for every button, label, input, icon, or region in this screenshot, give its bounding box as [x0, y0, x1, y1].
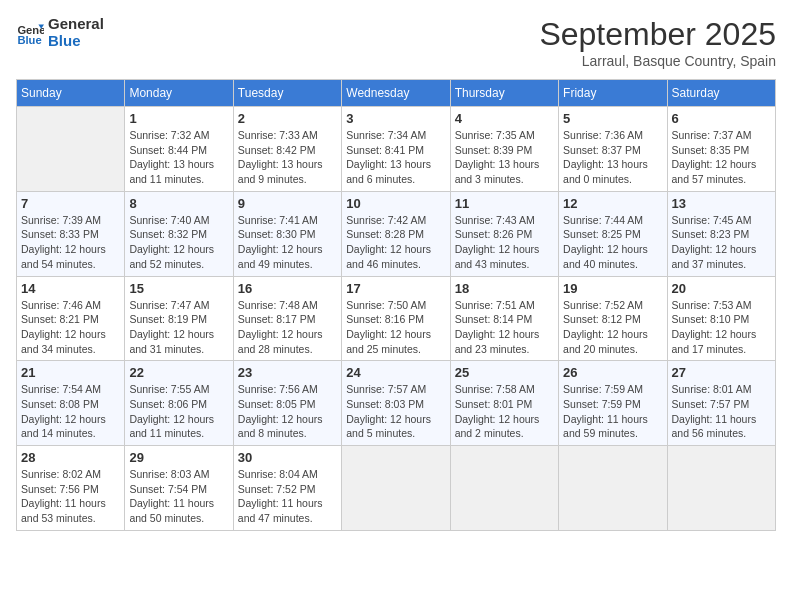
sunrise-text: Sunrise: 7:59 AM	[563, 382, 662, 397]
calendar-cell: 19 Sunrise: 7:52 AM Sunset: 8:12 PM Dayl…	[559, 276, 667, 361]
weekday-header-monday: Monday	[125, 80, 233, 107]
day-info: Sunrise: 7:35 AM Sunset: 8:39 PM Dayligh…	[455, 128, 554, 187]
daylight-text: Daylight: 12 hours and 25 minutes.	[346, 327, 445, 356]
sunset-text: Sunset: 8:08 PM	[21, 397, 120, 412]
sunset-text: Sunset: 8:12 PM	[563, 312, 662, 327]
calendar-cell: 15 Sunrise: 7:47 AM Sunset: 8:19 PM Dayl…	[125, 276, 233, 361]
day-number: 8	[129, 196, 228, 211]
sunset-text: Sunset: 8:16 PM	[346, 312, 445, 327]
sunrise-text: Sunrise: 7:41 AM	[238, 213, 337, 228]
sunset-text: Sunset: 8:14 PM	[455, 312, 554, 327]
logo-icon: General Blue	[16, 19, 44, 47]
day-number: 26	[563, 365, 662, 380]
calendar-cell: 13 Sunrise: 7:45 AM Sunset: 8:23 PM Dayl…	[667, 191, 775, 276]
day-info: Sunrise: 8:04 AM Sunset: 7:52 PM Dayligh…	[238, 467, 337, 526]
day-number: 10	[346, 196, 445, 211]
day-info: Sunrise: 7:36 AM Sunset: 8:37 PM Dayligh…	[563, 128, 662, 187]
calendar-cell: 23 Sunrise: 7:56 AM Sunset: 8:05 PM Dayl…	[233, 361, 341, 446]
day-number: 29	[129, 450, 228, 465]
sunrise-text: Sunrise: 7:51 AM	[455, 298, 554, 313]
sunrise-text: Sunrise: 7:37 AM	[672, 128, 771, 143]
sunset-text: Sunset: 8:41 PM	[346, 143, 445, 158]
day-info: Sunrise: 7:48 AM Sunset: 8:17 PM Dayligh…	[238, 298, 337, 357]
calendar-cell: 1 Sunrise: 7:32 AM Sunset: 8:44 PM Dayli…	[125, 107, 233, 192]
day-number: 1	[129, 111, 228, 126]
day-number: 12	[563, 196, 662, 211]
day-info: Sunrise: 8:01 AM Sunset: 7:57 PM Dayligh…	[672, 382, 771, 441]
sunrise-text: Sunrise: 8:02 AM	[21, 467, 120, 482]
calendar-cell: 6 Sunrise: 7:37 AM Sunset: 8:35 PM Dayli…	[667, 107, 775, 192]
calendar-cell: 21 Sunrise: 7:54 AM Sunset: 8:08 PM Dayl…	[17, 361, 125, 446]
day-info: Sunrise: 7:42 AM Sunset: 8:28 PM Dayligh…	[346, 213, 445, 272]
sunrise-text: Sunrise: 8:04 AM	[238, 467, 337, 482]
sunset-text: Sunset: 7:59 PM	[563, 397, 662, 412]
sunset-text: Sunset: 8:32 PM	[129, 227, 228, 242]
sunset-text: Sunset: 8:19 PM	[129, 312, 228, 327]
sunrise-text: Sunrise: 7:52 AM	[563, 298, 662, 313]
sunrise-text: Sunrise: 7:57 AM	[346, 382, 445, 397]
daylight-text: Daylight: 11 hours and 50 minutes.	[129, 496, 228, 525]
calendar-cell: 8 Sunrise: 7:40 AM Sunset: 8:32 PM Dayli…	[125, 191, 233, 276]
calendar-table: SundayMondayTuesdayWednesdayThursdayFrid…	[16, 79, 776, 531]
day-info: Sunrise: 7:32 AM Sunset: 8:44 PM Dayligh…	[129, 128, 228, 187]
sunrise-text: Sunrise: 7:47 AM	[129, 298, 228, 313]
sunrise-text: Sunrise: 7:40 AM	[129, 213, 228, 228]
calendar-cell: 27 Sunrise: 8:01 AM Sunset: 7:57 PM Dayl…	[667, 361, 775, 446]
day-info: Sunrise: 7:47 AM Sunset: 8:19 PM Dayligh…	[129, 298, 228, 357]
day-info: Sunrise: 7:37 AM Sunset: 8:35 PM Dayligh…	[672, 128, 771, 187]
day-info: Sunrise: 7:57 AM Sunset: 8:03 PM Dayligh…	[346, 382, 445, 441]
calendar-cell: 24 Sunrise: 7:57 AM Sunset: 8:03 PM Dayl…	[342, 361, 450, 446]
day-number: 30	[238, 450, 337, 465]
sunset-text: Sunset: 8:21 PM	[21, 312, 120, 327]
day-number: 16	[238, 281, 337, 296]
day-number: 21	[21, 365, 120, 380]
daylight-text: Daylight: 12 hours and 28 minutes.	[238, 327, 337, 356]
day-info: Sunrise: 7:33 AM Sunset: 8:42 PM Dayligh…	[238, 128, 337, 187]
daylight-text: Daylight: 13 hours and 11 minutes.	[129, 157, 228, 186]
daylight-text: Daylight: 12 hours and 17 minutes.	[672, 327, 771, 356]
weekday-header-thursday: Thursday	[450, 80, 558, 107]
calendar-cell: 3 Sunrise: 7:34 AM Sunset: 8:41 PM Dayli…	[342, 107, 450, 192]
day-number: 14	[21, 281, 120, 296]
daylight-text: Daylight: 11 hours and 53 minutes.	[21, 496, 120, 525]
day-info: Sunrise: 7:50 AM Sunset: 8:16 PM Dayligh…	[346, 298, 445, 357]
sunset-text: Sunset: 8:37 PM	[563, 143, 662, 158]
day-info: Sunrise: 7:51 AM Sunset: 8:14 PM Dayligh…	[455, 298, 554, 357]
day-info: Sunrise: 7:40 AM Sunset: 8:32 PM Dayligh…	[129, 213, 228, 272]
month-title: September 2025	[539, 16, 776, 53]
day-number: 5	[563, 111, 662, 126]
daylight-text: Daylight: 12 hours and 11 minutes.	[129, 412, 228, 441]
sunset-text: Sunset: 8:42 PM	[238, 143, 337, 158]
sunrise-text: Sunrise: 7:58 AM	[455, 382, 554, 397]
day-number: 3	[346, 111, 445, 126]
weekday-header-tuesday: Tuesday	[233, 80, 341, 107]
sunrise-text: Sunrise: 8:03 AM	[129, 467, 228, 482]
day-number: 13	[672, 196, 771, 211]
week-row-4: 21 Sunrise: 7:54 AM Sunset: 8:08 PM Dayl…	[17, 361, 776, 446]
day-number: 9	[238, 196, 337, 211]
daylight-text: Daylight: 12 hours and 23 minutes.	[455, 327, 554, 356]
sunset-text: Sunset: 8:26 PM	[455, 227, 554, 242]
week-row-1: 1 Sunrise: 7:32 AM Sunset: 8:44 PM Dayli…	[17, 107, 776, 192]
sunset-text: Sunset: 8:01 PM	[455, 397, 554, 412]
calendar-cell: 29 Sunrise: 8:03 AM Sunset: 7:54 PM Dayl…	[125, 446, 233, 531]
sunset-text: Sunset: 8:25 PM	[563, 227, 662, 242]
sunrise-text: Sunrise: 7:35 AM	[455, 128, 554, 143]
sunrise-text: Sunrise: 7:56 AM	[238, 382, 337, 397]
sunset-text: Sunset: 8:10 PM	[672, 312, 771, 327]
svg-text:Blue: Blue	[17, 34, 41, 46]
calendar-cell: 16 Sunrise: 7:48 AM Sunset: 8:17 PM Dayl…	[233, 276, 341, 361]
calendar-cell: 20 Sunrise: 7:53 AM Sunset: 8:10 PM Dayl…	[667, 276, 775, 361]
sunset-text: Sunset: 8:28 PM	[346, 227, 445, 242]
weekday-header-friday: Friday	[559, 80, 667, 107]
daylight-text: Daylight: 12 hours and 8 minutes.	[238, 412, 337, 441]
day-info: Sunrise: 7:44 AM Sunset: 8:25 PM Dayligh…	[563, 213, 662, 272]
sunrise-text: Sunrise: 7:39 AM	[21, 213, 120, 228]
calendar-cell	[559, 446, 667, 531]
day-number: 17	[346, 281, 445, 296]
day-info: Sunrise: 7:54 AM Sunset: 8:08 PM Dayligh…	[21, 382, 120, 441]
calendar-cell: 9 Sunrise: 7:41 AM Sunset: 8:30 PM Dayli…	[233, 191, 341, 276]
calendar-cell: 4 Sunrise: 7:35 AM Sunset: 8:39 PM Dayli…	[450, 107, 558, 192]
sunrise-text: Sunrise: 7:43 AM	[455, 213, 554, 228]
daylight-text: Daylight: 12 hours and 20 minutes.	[563, 327, 662, 356]
